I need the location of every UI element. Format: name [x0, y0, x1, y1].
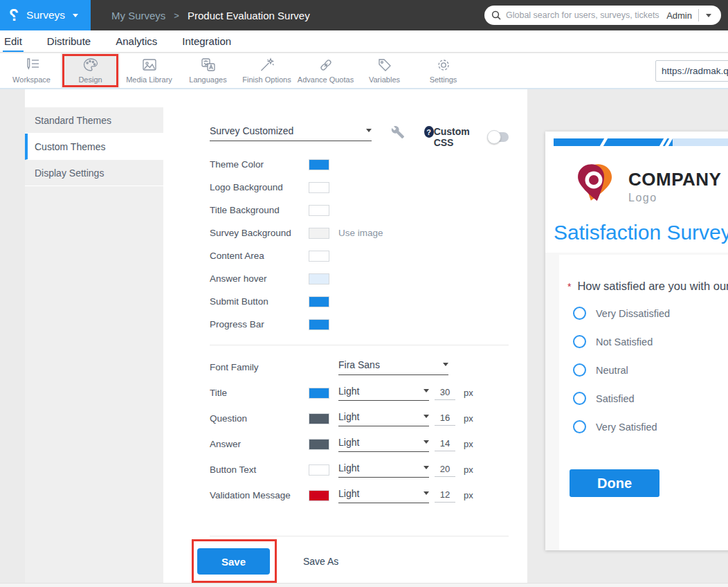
- weight-value: Light: [338, 462, 359, 473]
- save-button[interactable]: Save: [197, 548, 270, 575]
- survey-background-swatch[interactable]: [309, 228, 329, 239]
- tab-edit[interactable]: Edit: [3, 32, 24, 52]
- radio-icon[interactable]: [573, 335, 586, 348]
- font-row-label: Question: [210, 413, 309, 424]
- answer-hover-swatch[interactable]: [309, 273, 329, 285]
- title-color-swatch[interactable]: [309, 388, 329, 399]
- color-row-label: Title Background: [210, 205, 309, 215]
- option-satisfied[interactable]: Satisfied: [573, 392, 728, 405]
- toolbar-item-label: Workspace: [12, 75, 51, 84]
- divider: [698, 9, 699, 21]
- chevron-down-icon: [424, 491, 429, 498]
- theme-editor-panel: Survey Customized ? Custom CSS Theme Col…: [163, 89, 527, 587]
- radio-icon[interactable]: [573, 363, 586, 377]
- theme-tools-wrench-icon[interactable]: [391, 124, 405, 141]
- search-input[interactable]: [506, 10, 666, 20]
- button-text-size-input[interactable]: [435, 462, 455, 477]
- advance-quotas-link-icon: [318, 57, 334, 73]
- save-row: Save Save As: [197, 548, 509, 575]
- question-color-swatch[interactable]: [309, 413, 329, 424]
- survey-url-input[interactable]: [655, 60, 728, 82]
- workspace-icon: [23, 57, 41, 73]
- progress-bar-swatch[interactable]: [309, 319, 329, 330]
- tab-integration[interactable]: Integration: [181, 32, 233, 52]
- admin-chevron-down-icon[interactable]: [706, 14, 711, 20]
- use-image-link[interactable]: Use image: [338, 228, 383, 238]
- button-text-color-swatch[interactable]: [309, 464, 329, 476]
- title-background-swatch[interactable]: [309, 205, 329, 216]
- font-row-title: Title Light px: [210, 380, 509, 406]
- px-unit-label: px: [464, 439, 473, 449]
- toolbar-item-label: Design: [78, 75, 102, 84]
- radio-icon[interactable]: [573, 420, 586, 433]
- chevron-down-icon: [424, 466, 429, 472]
- toolbar-finish-options[interactable]: Finish Options: [237, 53, 296, 88]
- admin-menu-label[interactable]: Admin: [666, 10, 692, 21]
- sidebar-item-custom-themes[interactable]: Custom Themes: [25, 134, 163, 160]
- custom-css-toggle[interactable]: [489, 132, 509, 142]
- sidebar-item-display-settings[interactable]: Display Settings: [25, 160, 163, 186]
- toolbar-advance-quotas[interactable]: Advance Quotas: [296, 53, 355, 88]
- weight-value: Light: [338, 411, 359, 422]
- done-button[interactable]: Done: [570, 469, 659, 497]
- option-label: Not Satisfied: [596, 336, 653, 347]
- theme-dropdown-value: Survey Customized: [210, 125, 293, 136]
- radio-icon[interactable]: [573, 307, 586, 320]
- toolbar-languages[interactable]: Languages: [179, 53, 237, 88]
- theme-select-row: Survey Customized ? Custom CSS: [210, 125, 509, 143]
- option-neutral[interactable]: Neutral: [573, 363, 728, 377]
- sidebar-item-standard-themes[interactable]: Standard Themes: [25, 107, 163, 134]
- font-row-question: Question Light px: [210, 406, 509, 431]
- toolbar-variables[interactable]: Variables: [355, 53, 414, 88]
- tab-analytics[interactable]: Analytics: [114, 32, 158, 52]
- question-weight-dropdown[interactable]: Light: [338, 411, 429, 426]
- surveys-app-menu[interactable]: ? Surveys: [0, 0, 91, 30]
- toolbar-settings[interactable]: Settings: [414, 53, 473, 88]
- toolbar-design[interactable]: Design: [61, 53, 120, 88]
- progress-fill: [554, 138, 673, 146]
- answer-weight-dropdown[interactable]: Light: [338, 437, 429, 452]
- content-area-swatch[interactable]: [309, 251, 329, 262]
- toolbar-workspace[interactable]: Workspace: [2, 53, 61, 88]
- font-row-validation-message: Validation Message Light px: [210, 482, 509, 508]
- font-family-dropdown[interactable]: Fira Sans: [338, 359, 448, 375]
- title-weight-dropdown[interactable]: Light: [338, 386, 429, 401]
- section-divider: [210, 536, 509, 536]
- horizontal-scrollbar-track[interactable]: [0, 583, 728, 587]
- logo-background-swatch[interactable]: [309, 182, 329, 193]
- submit-button-swatch[interactable]: [309, 296, 329, 307]
- color-row-label: Answer hover: [210, 273, 309, 284]
- title-size-input[interactable]: [435, 386, 455, 400]
- company-tagline: Logo: [628, 192, 721, 204]
- button-text-weight-dropdown[interactable]: Light: [338, 462, 429, 478]
- question-row: * How satisfied are you with our: [567, 280, 728, 293]
- question-size-input[interactable]: [435, 411, 455, 426]
- required-asterisk-icon: *: [567, 281, 571, 292]
- option-very-satisfied[interactable]: Very Satisfied: [573, 420, 728, 433]
- proprofs-logo-icon: ?: [9, 8, 19, 24]
- toolbar-media-library[interactable]: Media Library: [120, 53, 179, 88]
- answer-color-swatch[interactable]: [309, 439, 329, 450]
- color-row-title-background: Title Background: [210, 199, 509, 222]
- breadcrumb-my-surveys[interactable]: My Surveys: [111, 10, 165, 21]
- theme-dropdown[interactable]: Survey Customized: [210, 125, 372, 141]
- tab-distribute[interactable]: Distribute: [46, 32, 92, 52]
- toolbar-item-label: Settings: [430, 75, 457, 84]
- validation-message-color-swatch[interactable]: [309, 490, 329, 501]
- save-as-link[interactable]: Save As: [303, 556, 338, 567]
- color-row-label: Theme Color: [210, 159, 309, 170]
- answer-options: Very Dissatisfied Not Satisfied Neutral …: [573, 307, 728, 433]
- chevron-down-icon: [424, 389, 429, 395]
- answer-size-input[interactable]: [435, 437, 455, 451]
- validation-size-input[interactable]: [435, 488, 455, 503]
- option-very-dissatisfied[interactable]: Very Dissatisfied: [573, 307, 728, 320]
- validation-weight-dropdown[interactable]: Light: [338, 488, 429, 503]
- global-search[interactable]: Admin: [484, 6, 721, 25]
- radio-icon[interactable]: [573, 392, 586, 405]
- survey-preview-pane: COMPANY Logo Satisfaction Survey * How s…: [545, 132, 728, 550]
- section-divider: [210, 345, 509, 345]
- help-icon[interactable]: ?: [424, 126, 434, 138]
- option-not-satisfied[interactable]: Not Satisfied: [573, 335, 728, 348]
- company-name: COMPANY: [628, 169, 721, 190]
- theme-color-swatch[interactable]: [309, 159, 329, 170]
